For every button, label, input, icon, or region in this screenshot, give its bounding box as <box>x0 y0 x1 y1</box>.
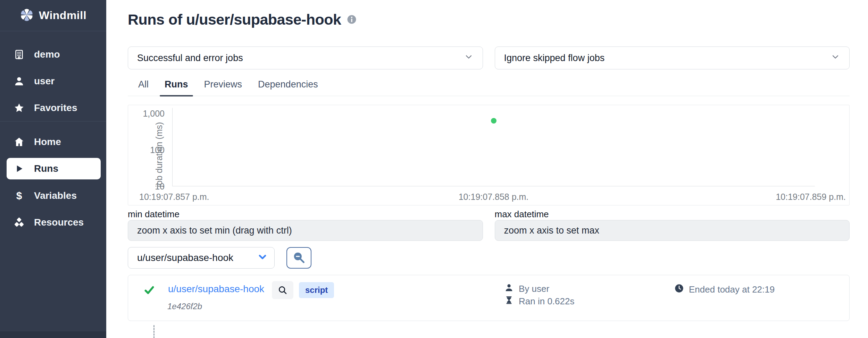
run-duration-meta: Ran in 0.622s <box>504 295 574 307</box>
sidebar-item-favorites[interactable]: Favorites <box>0 94 106 121</box>
clock-icon <box>674 284 684 296</box>
windmill-logo-icon <box>19 8 34 24</box>
chart-y-tick: 100 <box>133 145 165 155</box>
run-path-link[interactable]: u/user/supabase-hook <box>168 284 264 295</box>
star-icon <box>13 102 25 113</box>
app-logo-text: Windmill <box>39 9 86 22</box>
page-title: Runs of u/user/supabase-hook <box>128 0 850 28</box>
main-content: Runs of u/user/supabase-hook Successful … <box>106 0 868 338</box>
chart-x-tick: 10:19:07.859 p.m. <box>776 192 846 202</box>
sidebar-item-label: Resources <box>34 217 84 228</box>
runs-kind-tabs: All Runs Previews Dependencies <box>128 76 850 96</box>
page-title-text: Runs of u/user/supabase-hook <box>128 10 341 28</box>
job-kind-badge: script <box>299 282 334 298</box>
tab-dependencies[interactable]: Dependencies <box>252 76 324 96</box>
run-duration-text: Ran in 0.622s <box>519 296 574 307</box>
run-ended-text: Ended today at 22:19 <box>689 284 775 295</box>
sidebar-item-resources[interactable]: Resources <box>0 209 106 236</box>
zoom-out-magnifier-icon <box>292 251 306 265</box>
sidebar-item-label: Runs <box>34 163 58 174</box>
job-status-selected-value: Successful and error jobs <box>137 53 464 64</box>
run-ended-meta: Ended today at 22:19 <box>674 284 775 296</box>
chart-y-tick: 1,000 <box>133 109 165 119</box>
run-by-text: By user <box>519 284 549 294</box>
person-icon <box>13 76 25 87</box>
chevron-down-icon <box>464 52 474 64</box>
sidebar-divider <box>0 121 106 121</box>
sidebar-item-variables[interactable]: $ Variables <box>0 182 106 209</box>
job-status-select[interactable]: Successful and error jobs <box>128 47 483 69</box>
run-by-meta: By user <box>504 283 549 295</box>
info-icon[interactable] <box>347 10 357 28</box>
chart-y-tick: 10 <box>133 181 165 192</box>
run-list-item[interactable]: u/user/supabase-hook script 1e426f2b By … <box>128 275 850 321</box>
chevron-down-icon <box>831 52 840 64</box>
sidebar-item-label: Favorites <box>34 102 77 113</box>
script-path-select[interactable]: u/user/supabase-hook <box>128 247 275 269</box>
zoom-out-search-button[interactable] <box>286 247 311 269</box>
sidebar-footer-strip <box>0 331 106 338</box>
tab-previews[interactable]: Previews <box>198 76 249 96</box>
job-duration-chart[interactable]: job duration (ms) 1,000 100 10 10:19:07.… <box>128 105 850 205</box>
sidebar-item-label: demo <box>34 49 60 60</box>
sidebar-main-nav: Home Runs $ Variables Resources <box>0 121 106 236</box>
dollar-icon: $ <box>13 191 25 201</box>
sidebar-item-user[interactable]: user <box>0 68 106 94</box>
app-logo[interactable]: Windmill <box>0 0 106 31</box>
datetime-filter-row: min datetime max datetime <box>128 209 850 241</box>
sidebar-item-workspace-demo[interactable]: demo <box>0 41 106 68</box>
max-datetime-label: max datetime <box>495 209 850 220</box>
chart-y-axis-line <box>172 108 173 186</box>
run-hash: 1e426f2b <box>167 302 202 311</box>
filters-row: Successful and error jobs Ignore skipped… <box>128 47 850 69</box>
hourglass-icon <box>504 295 514 307</box>
sidebar: Windmill demo <box>0 0 106 338</box>
building-icon <box>13 49 25 60</box>
inspect-run-button[interactable] <box>272 281 293 299</box>
tab-runs[interactable]: Runs <box>158 76 194 96</box>
play-icon <box>13 163 25 174</box>
tab-all[interactable]: All <box>132 76 155 96</box>
success-check-icon <box>143 284 155 297</box>
timeline-connector <box>153 325 155 338</box>
chevron-down-icon <box>257 251 268 265</box>
script-path-selected-value: u/user/supabase-hook <box>137 252 252 263</box>
chart-data-point[interactable] <box>491 118 496 124</box>
max-datetime-input[interactable] <box>495 220 850 241</box>
cubes-icon <box>13 217 25 228</box>
min-datetime-label: min datetime <box>128 209 483 220</box>
sidebar-item-runs[interactable]: Runs <box>7 158 101 179</box>
sidebar-item-label: user <box>34 76 55 87</box>
flow-jobs-selected-value: Ignore skipped flow jobs <box>504 53 831 64</box>
min-datetime-input[interactable] <box>128 220 483 241</box>
sidebar-item-label: Home <box>34 136 61 147</box>
home-icon <box>13 136 25 147</box>
sidebar-divider <box>0 31 106 31</box>
chart-x-axis-line <box>172 186 815 186</box>
sidebar-top-nav: demo user Favorites <box>0 31 106 121</box>
script-picker-row: u/user/supabase-hook <box>128 247 850 269</box>
flow-jobs-select[interactable]: Ignore skipped flow jobs <box>495 47 850 69</box>
sidebar-item-label: Variables <box>34 190 77 201</box>
person-icon <box>504 283 514 295</box>
sidebar-item-home[interactable]: Home <box>0 128 106 155</box>
chart-x-tick: 10:19:07.858 p.m. <box>172 192 815 202</box>
